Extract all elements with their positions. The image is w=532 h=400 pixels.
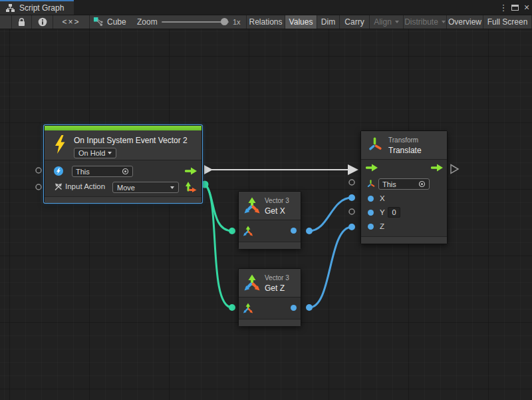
event-node-footer xyxy=(45,196,201,203)
getz-output-port[interactable] xyxy=(291,305,297,311)
event-this-field[interactable]: This xyxy=(72,166,133,177)
event-node-title: On Input System Event Vector 2 xyxy=(74,136,188,145)
translate-this-field[interactable]: This xyxy=(378,178,430,190)
vector3-input-icon[interactable] xyxy=(243,303,253,313)
getx-category: Vector 3 xyxy=(265,197,289,204)
close-button[interactable]: × xyxy=(521,0,532,15)
script-graph-icon xyxy=(5,3,15,13)
getx-port-row xyxy=(239,221,301,241)
align-dropdown[interactable]: Align xyxy=(370,15,404,29)
vector2-output-icon[interactable] xyxy=(185,181,198,192)
tab-script-graph[interactable]: Script Graph xyxy=(0,0,74,15)
translate-z-label: Z xyxy=(380,222,384,230)
lightning-bolt-icon xyxy=(53,135,66,154)
toolbar-buttons: Relations Values Dim Carry Align Distrib… xyxy=(246,15,532,29)
maximize-icon xyxy=(511,5,519,11)
vector3-icon xyxy=(243,197,261,214)
translate-z-port[interactable] xyxy=(368,224,374,230)
relations-button[interactable]: Relations xyxy=(247,15,285,29)
lock-button[interactable] xyxy=(11,15,32,29)
translate-x-port[interactable] xyxy=(368,196,374,202)
event-target-icon xyxy=(54,166,63,176)
zoom-slider-track[interactable] xyxy=(162,21,229,23)
zoom-value: 1x xyxy=(233,18,241,26)
translate-x-label: X xyxy=(380,194,385,202)
getx-header[interactable]: Vector 3 Get X xyxy=(239,192,301,220)
input-action-dropdown[interactable]: Move xyxy=(112,182,179,193)
translate-x-row: X xyxy=(361,192,447,206)
translate-footer xyxy=(361,236,447,244)
transform-icon xyxy=(367,137,382,152)
event-mode-dropdown[interactable]: On Hold xyxy=(74,148,116,158)
node-on-input-system-event[interactable]: On Input System Event Vector 2 On Hold T… xyxy=(44,125,202,203)
translate-y-value-field[interactable]: 0 xyxy=(388,207,400,218)
target-picker-icon[interactable] xyxy=(418,180,426,188)
lock-icon xyxy=(17,17,26,27)
translate-category: Transform xyxy=(388,136,418,144)
input-action-label: Input Action xyxy=(65,182,105,190)
event-input-action-row: Input Action Move xyxy=(45,179,201,195)
graph-asset-name: Cube xyxy=(107,17,126,27)
translate-control-row xyxy=(361,160,447,176)
dim-button[interactable]: Dim xyxy=(317,15,340,29)
input-action-icon xyxy=(54,182,63,192)
maximize-button[interactable] xyxy=(509,0,520,15)
node-translate[interactable]: Transform Translate This X xyxy=(360,130,448,244)
node-get-x[interactable]: Vector 3 Get X xyxy=(238,191,301,249)
graph-toolbar: <×> Cube Zoom 1x Relations Values Dim Ca… xyxy=(0,15,532,29)
chevron-down-icon xyxy=(108,152,112,154)
carry-button[interactable]: Carry xyxy=(340,15,370,29)
node-get-z[interactable]: Vector 3 Get Z xyxy=(238,268,301,326)
vector3-input-icon[interactable] xyxy=(243,226,253,236)
zoom-slider-handle[interactable] xyxy=(221,18,228,25)
distribute-dropdown[interactable]: Distribute xyxy=(404,15,447,29)
window-menu-button[interactable]: ⋮ xyxy=(499,0,508,15)
getz-footer xyxy=(239,319,301,326)
translate-this-row: This xyxy=(361,176,447,192)
graph-asset-icon xyxy=(93,17,104,27)
target-picker-icon[interactable] xyxy=(122,168,129,175)
getx-title: Get X xyxy=(265,206,285,216)
vector3-icon xyxy=(243,274,261,291)
getx-footer xyxy=(239,242,301,249)
values-button[interactable]: Values xyxy=(285,15,317,29)
transform-target-icon xyxy=(366,180,375,188)
chevron-down-icon xyxy=(170,186,174,189)
zoom-label: Zoom xyxy=(137,17,158,27)
info-icon xyxy=(38,17,47,27)
control-input-arrow-icon[interactable] xyxy=(366,164,378,172)
control-output-arrow-icon[interactable] xyxy=(185,167,198,175)
event-this-row: This xyxy=(45,163,201,179)
event-node-header[interactable]: On Input System Event Vector 2 On Hold xyxy=(45,130,201,160)
translate-z-row: Z xyxy=(361,220,447,234)
getz-header[interactable]: Vector 3 Get Z xyxy=(239,269,301,298)
getz-port-row xyxy=(239,298,301,318)
getx-output-port[interactable] xyxy=(291,228,297,234)
translate-y-port[interactable] xyxy=(368,210,374,216)
chevron-down-icon xyxy=(395,21,399,23)
window-tab-bar: Script Graph ⋮ × xyxy=(0,0,532,15)
overview-button[interactable]: Overview xyxy=(447,15,483,29)
translate-y-label: Y xyxy=(380,208,385,216)
translate-title: Translate xyxy=(388,146,422,155)
translate-header[interactable]: Transform Translate xyxy=(361,131,447,160)
tab-title: Script Graph xyxy=(19,3,64,13)
control-output-arrow-icon[interactable] xyxy=(431,164,444,172)
info-button[interactable] xyxy=(32,15,53,29)
translate-y-row: Y 0 xyxy=(361,206,447,220)
chevron-down-icon xyxy=(442,21,446,23)
code-view-button[interactable]: <×> xyxy=(53,15,90,29)
full-screen-button[interactable]: Full Screen xyxy=(483,15,532,29)
getz-category: Vector 3 xyxy=(265,274,289,282)
graph-asset-reference[interactable]: Cube xyxy=(93,15,126,29)
event-node-accent-bar xyxy=(45,126,201,130)
getz-title: Get Z xyxy=(265,284,285,293)
